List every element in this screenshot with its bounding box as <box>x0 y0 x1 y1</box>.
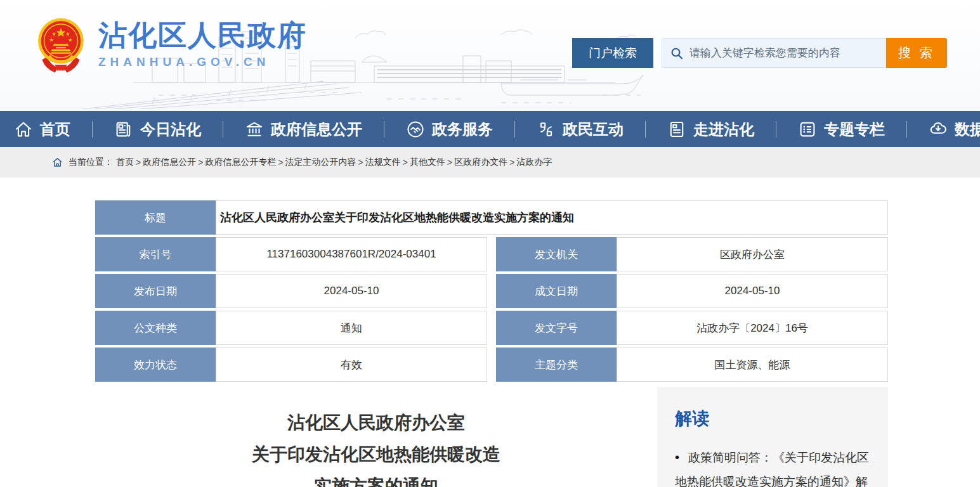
breadcrumb-separator: > <box>198 157 203 167</box>
breadcrumb: 当前位置： 首页> 政府信息公开> 政府信息公开专栏> 法定主动公开内容> 法规… <box>0 147 980 178</box>
meta-value-index-no: 11371603004387601R/2024-03401 <box>216 237 487 271</box>
meta-label-title: 标题 <box>95 200 216 235</box>
interpretation-link[interactable]: 政策简明问答：《关于印发沾化区地热能供暖改造实施方案的通知》解读 <box>675 445 870 487</box>
document-title-line: 沾化区人民政府办公室 <box>95 407 657 439</box>
portal-search-button[interactable]: 门户检索 <box>572 38 653 68</box>
nav-item-today[interactable]: 今日沾化 <box>114 119 201 140</box>
search-icon <box>670 46 684 61</box>
interpretation-heading: 解读 <box>675 407 870 430</box>
breadcrumb-separator: > <box>136 157 141 167</box>
gov-building-icon <box>245 120 264 139</box>
meta-label-publish-date: 发布日期 <box>95 274 216 308</box>
breadcrumb-link[interactable]: 法定主动公开内容 <box>285 157 356 168</box>
search-bar: 搜 索 <box>662 38 947 68</box>
document-meta-table: 标题 沾化区人民政府办公室关于印发沾化区地热能供暖改造实施方案的通知 索引号 1… <box>95 200 888 382</box>
content-area: 沾化区人民政府办公室 关于印发沾化区地热能供暖改造 实施方案的通知 解读 政策简… <box>95 387 888 487</box>
breadcrumb-separator: > <box>278 157 283 167</box>
nav-item-interaction[interactable]: 政民互动 <box>537 119 624 140</box>
breadcrumb-link[interactable]: 区政府办文件 <box>454 157 507 168</box>
nav-separator <box>514 121 515 138</box>
meta-label-topic-category: 主题分类 <box>496 347 617 382</box>
nav-label: 政务服务 <box>432 119 493 140</box>
meta-label-issuing-org: 发文机关 <box>496 237 617 271</box>
breadcrumb-link[interactable]: 沾政办字 <box>516 157 552 168</box>
meta-value-doc-number: 沾政办字〔2024〕16号 <box>617 311 888 345</box>
news-icon <box>114 120 133 139</box>
nav-separator <box>776 121 776 138</box>
meta-value-doc-type: 通知 <box>216 311 487 345</box>
nav-item-info-disclosure[interactable]: 政府信息公开 <box>245 119 362 140</box>
site-logo[interactable]: 沾化区人民政府 ZHANHUA.GOV.CN <box>36 15 307 74</box>
meta-value-topic-category: 国土资源、能源 <box>617 347 888 382</box>
document-icon <box>667 120 686 139</box>
nav-item-home[interactable]: 首页 <box>14 119 70 140</box>
document-title: 沾化区人民政府办公室 关于印发沾化区地热能供暖改造 实施方案的通知 <box>95 407 657 487</box>
nav-label: 数据开放 <box>955 119 980 140</box>
nav-label: 专题专栏 <box>824 119 885 140</box>
nav-label: 走进沾化 <box>693 119 754 140</box>
nav-item-open-data[interactable]: 数据开放 <box>929 119 980 140</box>
nav-separator <box>223 121 223 138</box>
search-field[interactable] <box>662 38 886 68</box>
interaction-icon <box>537 120 556 139</box>
meta-label-doc-type: 公文种类 <box>95 311 216 345</box>
meta-label-validity: 效力状态 <box>95 347 216 382</box>
breadcrumb-separator: > <box>447 157 452 167</box>
nav-label: 政府信息公开 <box>271 119 362 140</box>
nav-separator <box>92 121 93 138</box>
table-column-gap <box>487 347 496 382</box>
meta-value-issuing-org: 区政府办公室 <box>617 237 888 271</box>
breadcrumb-link[interactable]: 法规文件 <box>365 157 401 168</box>
breadcrumb-link[interactable]: 其他文件 <box>410 157 445 168</box>
breadcrumb-home-icon <box>52 157 63 167</box>
breadcrumb-separator: > <box>358 157 363 167</box>
search-input[interactable] <box>689 47 879 60</box>
nav-label: 今日沾化 <box>140 119 201 140</box>
breadcrumb-link[interactable]: 政府信息公开 <box>143 157 196 168</box>
nav-separator <box>384 121 384 138</box>
nav-item-about[interactable]: 走进沾化 <box>667 119 754 140</box>
document-title-line: 关于印发沾化区地热能供暖改造 <box>95 439 657 471</box>
breadcrumb-link[interactable]: 政府信息公开专栏 <box>205 157 276 168</box>
meta-label-doc-number: 发文字号 <box>496 311 617 345</box>
site-name: 沾化区人民政府 <box>98 20 307 51</box>
list-icon <box>798 120 817 139</box>
table-column-gap <box>487 274 496 308</box>
document-body: 沾化区人民政府办公室 关于印发沾化区地热能供暖改造 实施方案的通知 <box>95 387 657 487</box>
nav-item-special-columns[interactable]: 专题专栏 <box>798 119 885 140</box>
meta-value-validity: 有效 <box>216 347 487 382</box>
nav-label: 政民互动 <box>563 119 624 140</box>
document-title-line: 实施方案的通知 <box>95 471 657 487</box>
nav-label: 首页 <box>40 119 70 140</box>
handshake-icon <box>406 120 425 139</box>
cloud-download-icon <box>929 120 948 139</box>
meta-label-index-no: 索引号 <box>95 237 216 271</box>
breadcrumb-prefix: 当前位置： <box>69 157 113 168</box>
interpretation-list: 政策简明问答：《关于印发沾化区地热能供暖改造实施方案的通知》解读 <box>675 445 870 487</box>
nav-separator <box>645 121 646 138</box>
national-emblem-icon <box>36 15 86 74</box>
breadcrumb-link[interactable]: 首页 <box>116 157 134 168</box>
interpretation-panel: 解读 政策简明问答：《关于印发沾化区地热能供暖改造实施方案的通知》解读 <box>657 387 888 487</box>
meta-value-written-date: 2024-05-10 <box>617 274 888 308</box>
meta-value-publish-date: 2024-05-10 <box>216 274 487 308</box>
site-header: 沾化区人民政府 ZHANHUA.GOV.CN 门户检索 搜 索 <box>0 0 980 111</box>
breadcrumb-separator: > <box>509 157 514 167</box>
home-icon <box>14 120 33 139</box>
table-column-gap <box>487 237 496 271</box>
meta-label-written-date: 成文日期 <box>496 274 617 308</box>
meta-value-title: 沾化区人民政府办公室关于印发沾化区地热能供暖改造实施方案的通知 <box>216 200 888 235</box>
site-domain: ZHANHUA.GOV.CN <box>98 55 307 69</box>
table-column-gap <box>487 311 496 345</box>
nav-separator <box>906 121 907 138</box>
breadcrumb-separator: > <box>403 157 408 167</box>
nav-item-services[interactable]: 政务服务 <box>406 119 493 140</box>
main-nav: 首页 今日沾化 政府信息公开 政务服务 <box>0 111 980 147</box>
search-button[interactable]: 搜 索 <box>886 38 947 68</box>
